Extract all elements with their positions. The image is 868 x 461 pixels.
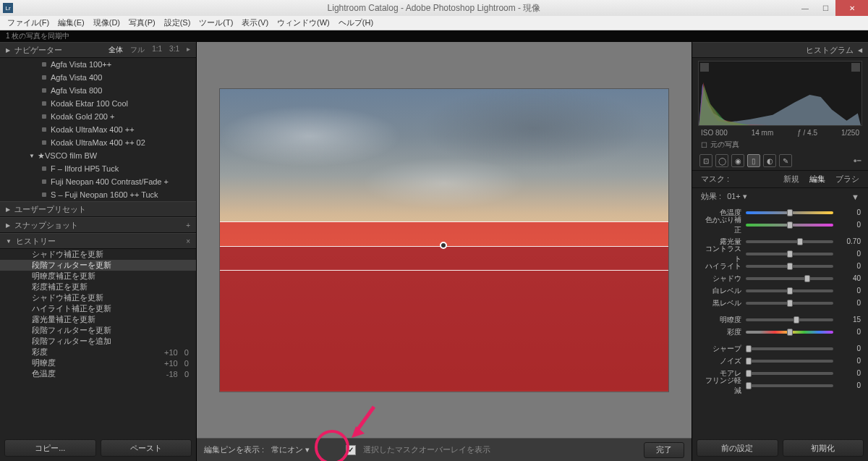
slider-thumb[interactable]	[787, 250, 793, 258]
preset-item[interactable]: F – Ilford HP5 Tuck	[0, 162, 196, 175]
slider-track[interactable]	[746, 240, 833, 243]
slider-track[interactable]	[746, 372, 833, 375]
preset-item[interactable]: Kodak UltraMax 400 ++	[0, 123, 196, 136]
mask-edit[interactable]: 編集	[809, 174, 825, 185]
slider-track[interactable]	[746, 384, 833, 387]
slider-track[interactable]	[746, 347, 833, 350]
slider-thumb[interactable]	[787, 221, 793, 229]
preset-item[interactable]: Agfa Vista 100++	[0, 58, 196, 71]
histogram[interactable]	[698, 61, 862, 126]
slider-彩度[interactable]: 彩度0	[699, 326, 861, 338]
chevron-down-icon[interactable]: ▼	[851, 193, 859, 201]
done-button[interactable]: 完了	[644, 442, 684, 458]
history-item[interactable]: 彩度補正を更新	[0, 282, 196, 292]
menu-item[interactable]: 編集(E)	[54, 17, 89, 28]
history-item[interactable]: シャドウ補正を更新	[0, 292, 196, 303]
gradient-line-top[interactable]	[220, 221, 668, 222]
preset-item[interactable]: S – Fuji Neopan 1600 ++ Tuck	[0, 188, 196, 201]
paste-button[interactable]: ペースト	[101, 439, 192, 457]
gradient-pin[interactable]	[440, 242, 447, 249]
slider-thumb[interactable]	[787, 329, 793, 336]
slider-thumb[interactable]	[793, 316, 799, 323]
slider-track[interactable]	[746, 302, 833, 305]
preset-item[interactable]: Agfa Vista 800	[0, 84, 196, 97]
previous-button[interactable]: 前の設定	[697, 439, 778, 457]
preset-folder[interactable]: ▼★VSCO film BW	[0, 149, 196, 162]
slider-thumb[interactable]	[746, 345, 752, 352]
zoom-more-icon[interactable]: ▸	[187, 45, 190, 55]
slider-thumb[interactable]	[787, 263, 793, 270]
history-item[interactable]: 段階フィルターを追加	[0, 336, 196, 347]
copy-button[interactable]: コピー...	[4, 439, 96, 457]
spot-tool-icon[interactable]: ◯	[715, 154, 728, 167]
effect-value[interactable]: 01+ ▾	[727, 192, 747, 201]
history-header[interactable]: ▼ ヒストリー ×	[0, 233, 196, 249]
pins-mode-dropdown[interactable]: 常にオン ▾	[271, 444, 310, 455]
history-item[interactable]: 段階フィルターを更新	[0, 260, 196, 271]
histogram-header[interactable]: ヒストグラム ◀	[692, 42, 868, 58]
history-item[interactable]: 明瞭度+10 0	[0, 358, 196, 368]
menu-item[interactable]: 写真(P)	[124, 17, 160, 28]
preset-item[interactable]: Kodak Ektar 100 Cool	[0, 97, 196, 110]
history-item[interactable]: シャドウ補正を更新	[0, 249, 196, 260]
slider-track[interactable]	[746, 211, 833, 214]
menu-item[interactable]: 設定(S)	[160, 17, 195, 28]
navigator-header[interactable]: ▶ ナビゲーター 全体 フル 1:1 3:1 ▸	[0, 42, 196, 58]
preset-item[interactable]: Kodak UltraMax 400 ++ 02	[0, 136, 196, 149]
slider-track[interactable]	[746, 224, 833, 227]
preset-folder-header[interactable]: ▶ユーザープリセット	[0, 201, 196, 217]
gradient-line-bottom[interactable]	[220, 270, 668, 271]
slider-track[interactable]	[746, 277, 833, 280]
slider-thumb[interactable]	[804, 275, 810, 282]
slider-thumb[interactable]	[746, 358, 752, 365]
gradient-tool-icon[interactable]: ▯	[747, 154, 760, 167]
slider-thumb[interactable]	[746, 370, 752, 377]
zoom-fit[interactable]: 全体	[109, 45, 123, 55]
mask-brush[interactable]: ブラシ	[835, 174, 859, 185]
slider-シャープ[interactable]: シャープ0	[699, 342, 861, 355]
slider-ハイライト[interactable]: ハイライト0	[699, 260, 861, 272]
menu-item[interactable]: ウィンドウ(W)	[273, 17, 334, 28]
zoom-3to1[interactable]: 3:1	[169, 45, 179, 55]
slider-色かぶり補正[interactable]: 色かぶり補正0	[699, 219, 861, 231]
preset-item[interactable]: Kodak Gold 200 +	[0, 110, 196, 123]
slider-ノイズ[interactable]: ノイズ0	[699, 355, 861, 367]
preset-item[interactable]: Fuji Neopan 400 Contrast/Fade +	[0, 175, 196, 188]
zoom-fill[interactable]: フル	[130, 45, 145, 55]
menu-item[interactable]: 表示(V)	[237, 17, 273, 28]
mask-overlay-checkbox[interactable]: ✓	[346, 445, 356, 455]
slider-白レベル[interactable]: 白レベル0	[699, 284, 861, 297]
effect-row[interactable]: 効果 : 01+ ▾ ▼	[692, 187, 868, 205]
history-item[interactable]: 段階フィルターを更新	[0, 325, 196, 336]
mask-new[interactable]: 新規	[783, 174, 799, 185]
zoom-1to1[interactable]: 1:1	[152, 45, 162, 55]
slider-シャドウ[interactable]: シャドウ40	[699, 272, 861, 284]
slider-thumb[interactable]	[746, 382, 752, 389]
slider-明瞭度[interactable]: 明瞭度15	[699, 313, 861, 326]
close-button[interactable]: ✕	[835, 0, 868, 16]
history-item[interactable]: ハイライト補正を更新	[0, 303, 196, 314]
crop-tool-icon[interactable]: ⊡	[699, 154, 712, 167]
slider-黒レベル[interactable]: 黒レベル0	[699, 297, 861, 309]
minimize-button[interactable]: —	[795, 0, 815, 16]
slider-track[interactable]	[746, 265, 833, 268]
maximize-button[interactable]: ☐	[815, 0, 835, 16]
image-canvas[interactable]	[220, 89, 668, 392]
add-snapshot-icon[interactable]: +	[186, 221, 190, 229]
history-item[interactable]: 彩度+10 0	[0, 347, 196, 358]
redeye-tool-icon[interactable]: ◉	[731, 154, 744, 167]
clear-history-icon[interactable]: ×	[186, 237, 190, 245]
slider-track[interactable]	[746, 289, 833, 292]
slider-track[interactable]	[746, 318, 833, 321]
original-toggle[interactable]: ☐元の写真	[692, 138, 868, 151]
history-item[interactable]: 色温度-18 0	[0, 368, 196, 379]
history-item[interactable]: 明瞭度補正を更新	[0, 271, 196, 282]
slider-track[interactable]	[746, 331, 833, 334]
menu-item[interactable]: 現像(D)	[89, 17, 124, 28]
snapshot-header[interactable]: ▶ スナップショット +	[0, 217, 196, 233]
slider-thumb[interactable]	[787, 300, 793, 307]
history-item[interactable]: 露光量補正を更新	[0, 314, 196, 325]
slider-フリンジ軽減[interactable]: フリンジ軽減0	[699, 379, 861, 392]
slider-thumb[interactable]	[797, 238, 803, 245]
slider-thumb[interactable]	[787, 209, 793, 216]
